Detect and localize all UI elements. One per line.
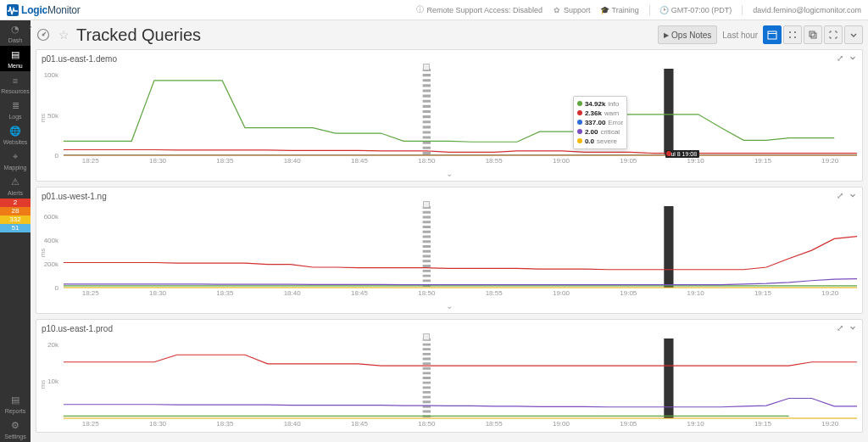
alert-count[interactable]: 51 [0,224,31,232]
svg-point-6 [794,31,796,33]
expand-chart-icon[interactable]: ⤢ [837,53,843,64]
time-range-label[interactable]: Last hour [719,31,761,40]
x-tick: 19:15 [754,289,771,297]
x-tick: 18:45 [351,420,368,428]
chart-title: p01.us-east-1.demo [42,54,117,64]
svg-point-2 [42,34,45,36]
x-tick: 19:15 [754,420,771,428]
x-tick: 19:10 [687,289,704,297]
logo[interactable]: LogicMonitor [7,4,81,16]
x-tick: 19:10 [687,157,704,165]
y-tick: 100k [44,71,58,79]
x-tick: 18:25 [82,420,99,428]
sidebar-item-resources[interactable]: ≡Resources [0,71,31,97]
x-tick: 19:05 [620,157,637,165]
copy-button[interactable] [804,25,822,44]
ops-note-marker[interactable] [423,64,430,70]
y-tick: 400k [44,237,58,244]
nav-label: Logs [8,114,21,120]
timezone-label[interactable]: 🕑 GMT-07:00 (PDT) [660,6,732,14]
sidebar-item-mapping[interactable]: ⌖Mapping [0,148,31,173]
y-tick: 20k [47,340,58,348]
more-menu-button[interactable] [844,25,863,44]
nav-icon: ◔ [9,24,21,36]
chart-plot[interactable]: ms10k20k18:2518:3018:3518:4018:4518:5018… [36,337,862,432]
chart-plot[interactable]: ms050k100k18:2518:3018:3518:4018:4518:50… [36,67,862,169]
x-tick: 18:30 [149,420,166,428]
sidebar-item-dash[interactable]: ◔Dash [0,20,31,46]
chart-title: p10.us-east-1.prod [42,324,113,333]
sidebar-item-alerts[interactable]: ⚠Alerts [0,173,31,199]
nav-label: Reports [5,408,26,414]
expand-chart-icon[interactable]: ⤢ [837,191,843,201]
divider [742,5,743,15]
x-tick: 18:35 [216,420,233,428]
x-tick: 19:20 [821,157,838,165]
sidebar-item-settings[interactable]: ⚙Settings [0,417,31,442]
training-link[interactable]: 🎓 Training [601,6,639,14]
x-tick: 19:20 [821,289,838,297]
x-tick: 18:30 [149,289,166,297]
support-link[interactable]: ✿ Support [553,6,591,14]
chart-menu-icon[interactable] [849,191,857,201]
chevron-down-icon[interactable]: ⌄ [446,301,453,311]
ops-note-marker[interactable] [423,333,430,340]
remote-support-status: ⓘ Remote Support Access: Disabled [415,6,542,14]
x-tick: 18:50 [418,289,435,297]
chart-tooltip: 34.92k info2.36k warn337.00 Error2.00 cr… [573,96,627,149]
calendar-button[interactable] [763,25,782,44]
expand-chart-icon[interactable]: ⤢ [837,323,843,333]
x-tick: 19:15 [754,157,771,165]
x-tick: 18:40 [284,289,301,297]
dashboard-icon[interactable] [36,27,51,42]
sidebar-item-logs[interactable]: ≣Logs [0,97,31,122]
x-tick: 18:35 [216,157,233,165]
clock-icon: 🕑 [660,6,669,14]
sidebar-item-reports[interactable]: ▤Reports [0,391,31,417]
sidebar-item-menu[interactable]: ▤Menu [0,46,31,71]
nav-label: Dash [8,37,22,43]
nav-icon: ⚠ [9,176,21,188]
nav-label: Mapping [4,165,27,171]
page-title: Tracked Queries [76,25,201,45]
y-tick: 10k [47,378,58,385]
sidebar-item-websites[interactable]: 🌐Websites [0,122,31,148]
chart-menu-icon[interactable] [849,323,857,333]
alert-count[interactable]: 2 [0,199,31,207]
ops-note-marker[interactable] [423,201,430,208]
graduation-icon: 🎓 [601,6,609,14]
x-tick: 18:35 [216,289,233,297]
svg-rect-3 [768,31,776,39]
info-icon: ⓘ [415,6,424,14]
chart-menu-icon[interactable] [849,53,857,64]
x-tick: 18:40 [284,157,301,165]
x-tick: 18:40 [284,420,301,428]
svg-point-5 [789,31,791,33]
x-tick: 18:45 [351,289,368,297]
alert-count[interactable]: 28 [0,207,31,215]
x-tick: 18:50 [418,157,435,165]
x-tick: 18:30 [149,157,166,165]
x-tick: 19:20 [821,420,838,428]
nav-label: Menu [8,63,23,69]
grid-view-button[interactable] [783,25,802,44]
chart-plot[interactable]: ms0200k400k600k18:2518:3018:3518:4018:45… [36,204,862,301]
svg-point-8 [794,36,796,38]
chart-card: p01.us-east-1.demo ⤢ ms050k100k18:2518:3… [36,49,863,182]
x-tick: 19:05 [620,289,637,297]
fullscreen-button[interactable] [824,25,843,44]
nav-label: Resources [1,88,29,94]
divider [649,5,650,15]
expand-sidebar-button[interactable]: › [29,22,37,34]
alert-count[interactable]: 332 [0,215,31,224]
svg-rect-10 [811,33,816,38]
chevron-down-icon[interactable]: ⌄ [446,169,453,178]
user-menu[interactable]: david.femino@logicmonitor.com [753,6,861,14]
page-header: ☆ Tracked Queries ▶Ops Notes Last hour [31,20,868,49]
star-icon[interactable]: ☆ [56,27,71,42]
chart-area[interactable]: p01.us-east-1.demo ⤢ ms050k100k18:2518:3… [31,49,868,442]
svg-rect-9 [810,31,815,36]
chart-card: p01.us-west-1.ng ⤢ ms0200k400k600k18:251… [36,187,863,314]
ops-notes-button[interactable]: ▶Ops Notes [658,25,717,44]
alert-count-stack[interactable]: 22833251 [0,199,31,232]
